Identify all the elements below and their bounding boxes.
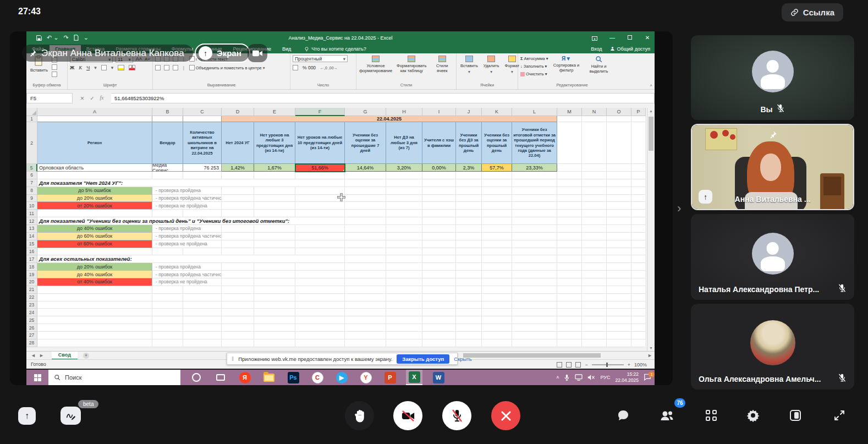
taskbar-app-explorer[interactable]	[261, 370, 277, 385]
metric-cell-I[interactable]: 0,00%	[422, 164, 456, 172]
metric-cell-E[interactable]: 1,67%	[254, 164, 295, 172]
legend-note-cell[interactable]: - проверка пройдена	[152, 263, 222, 271]
taskbar-app-powerpoint[interactable]: P	[382, 370, 398, 385]
hangup-button[interactable]	[491, 401, 520, 430]
row-header-17[interactable]: 17	[26, 255, 37, 263]
cancel-entry-icon[interactable]: ✕	[80, 95, 85, 101]
taskbar-app-cortana[interactable]	[188, 370, 205, 385]
taskbar-app-photoshop[interactable]: Ps	[285, 370, 301, 385]
merge-center-button[interactable]: Объединить и поместить в центре▾	[189, 64, 265, 72]
conditional-formatting-button[interactable]: Условное форматирование	[359, 55, 393, 82]
zoom-out-icon[interactable]: −	[585, 362, 587, 368]
legend-color-cell[interactable]: до 40% ошибок	[37, 271, 152, 278]
copy-icon[interactable]	[52, 64, 57, 70]
header-cell-D[interactable]: Нет 2024 УГ	[222, 122, 254, 164]
taskbar-app-word[interactable]: W	[430, 370, 447, 385]
restore-icon[interactable]	[626, 35, 634, 41]
close-icon[interactable]: ✕	[644, 35, 651, 41]
participant-tile-2[interactable]: ↑Анна Витальевна ...	[691, 124, 854, 210]
underline-button[interactable]: Ч	[86, 65, 90, 70]
row-header-18[interactable]: 18	[26, 263, 37, 271]
cell-styles-button[interactable]: Стили ячеек	[430, 55, 454, 82]
name-box[interactable]: F5	[26, 93, 73, 103]
header-cell-K[interactable]: Ученики без оценки за прошлый день	[482, 122, 512, 164]
horizontal-scroll-thumb[interactable]	[463, 353, 601, 358]
header-cell-I[interactable]: Учителя с хэш в фамилии	[422, 122, 456, 164]
layout-grid-button[interactable]	[699, 403, 724, 428]
legend-color-cell[interactable]: от 20% ошибок	[37, 202, 152, 210]
hscroll-right-icon[interactable]: ►	[647, 353, 652, 358]
legend-color-cell[interactable]: до 20% ошибок	[37, 195, 152, 202]
vertical-scroll-thumb[interactable]	[649, 117, 653, 151]
row-header-10[interactable]: 10	[26, 202, 37, 210]
legend-note-cell[interactable]: - проверка пройдена	[152, 225, 222, 233]
autosum-button[interactable]: Σ Автосумма ▾	[520, 55, 548, 62]
vendor-cell[interactable]: Медиа Сервис	[152, 164, 183, 172]
delete-cells-button[interactable]: Удалить▾	[482, 55, 501, 82]
mic-toggle-button[interactable]	[442, 401, 471, 430]
page-break-view-icon[interactable]	[575, 362, 581, 368]
metric-cell-F[interactable]: 51,66%	[295, 164, 345, 172]
tray-clock[interactable]: 15:22 22.04.2025	[615, 371, 639, 383]
legend-color-cell[interactable]: до 40% ошибок	[37, 225, 152, 233]
row-header-24[interactable]: 24	[26, 309, 37, 316]
camera-toggle-button[interactable]	[393, 401, 422, 430]
legend-color-cell[interactable]: до 5% ошибок	[37, 187, 152, 195]
legend-color-cell[interactable]: от 40% ошибок	[37, 278, 152, 286]
sort-filter-button[interactable]: Я▼Сортировка и фильтр	[551, 55, 583, 82]
ribbon-options-icon[interactable]: ▴	[591, 35, 598, 41]
taskbar-app-task-view[interactable]	[212, 370, 229, 385]
row-header-28[interactable]: 28	[26, 339, 37, 347]
bold-button[interactable]: Ж	[70, 65, 74, 70]
accounting-format-icon[interactable]	[293, 65, 298, 70]
panel-collapse-chevron-icon[interactable]: ›	[677, 201, 681, 216]
column-header-M[interactable]: M	[557, 108, 582, 116]
row-header-11[interactable]: 11	[26, 210, 37, 217]
align-left-icon[interactable]	[155, 65, 161, 70]
column-header-A[interactable]: A	[37, 108, 152, 116]
camera-overlay-button[interactable]	[248, 44, 267, 62]
column-header-O[interactable]: O	[607, 108, 631, 116]
share-workbook-button[interactable]: Общий доступ	[610, 46, 650, 52]
legend-note-cell[interactable]: - проверка пройдена частично	[152, 271, 222, 278]
taskbar-app-browser-c[interactable]: C	[309, 370, 326, 385]
row-header-25[interactable]: 25	[26, 316, 37, 324]
zoom-in-icon[interactable]: +	[628, 362, 630, 368]
italic-button[interactable]: К	[79, 65, 82, 70]
row-header-20[interactable]: 20	[26, 278, 37, 286]
row-header-15[interactable]: 15	[26, 240, 37, 248]
formula-value[interactable]: 51,6648525303922%	[111, 93, 655, 103]
row-header-6[interactable]: 6	[26, 172, 37, 179]
column-header-P[interactable]: P	[631, 108, 646, 116]
stop-sharing-button[interactable]: Закрыть доступ	[397, 354, 449, 364]
row-header-8[interactable]: 8	[26, 187, 37, 195]
zoom-slider[interactable]	[592, 364, 624, 365]
hide-infobar-button[interactable]: Скрыть	[454, 356, 471, 362]
region-cell[interactable]: Орловская область	[37, 164, 152, 172]
column-header-J[interactable]: J	[456, 108, 482, 116]
column-header-B[interactable]: B	[152, 108, 183, 116]
format-painter-icon[interactable]	[52, 72, 57, 77]
sheet-nav-right-icon[interactable]: ►	[39, 353, 44, 358]
count-cell[interactable]: 76 253	[183, 164, 222, 172]
row-header-19[interactable]: 19	[26, 271, 37, 278]
taskbar-app-yandex[interactable]: Я	[237, 370, 253, 385]
confirm-entry-icon[interactable]: ✓	[90, 95, 95, 101]
sign-in-link[interactable]: Вход	[591, 46, 602, 52]
font-color-icon[interactable]: A	[129, 65, 135, 70]
legend-color-cell[interactable]: до 60% ошибок	[37, 233, 152, 240]
row-header-13[interactable]: 13	[26, 225, 37, 233]
taskbar-app-telegram[interactable]: ▶	[333, 370, 350, 385]
header-cell-F[interactable]: Нет уроков на любые 10 предстоящих дней …	[295, 122, 345, 164]
row-header-9[interactable]: 9	[26, 195, 37, 202]
row-header-5[interactable]: 5	[26, 164, 37, 172]
tray-display-icon[interactable]	[575, 374, 583, 381]
format-as-table-button[interactable]: Форматировать как таблицу	[395, 55, 428, 82]
header-cell-B[interactable]: Вендор	[152, 122, 183, 164]
header-cell-L[interactable]: Ученики без итоговой отметки за прошедши…	[512, 122, 557, 164]
column-header-F[interactable]: F	[295, 108, 345, 116]
tray-notifications-icon[interactable]: 1	[644, 374, 651, 382]
fullscreen-button[interactable]	[827, 403, 852, 428]
screen-share-pill[interactable]: ↑ Экран	[195, 43, 250, 63]
legend-color-cell[interactable]: до 20% ошибок	[37, 263, 152, 271]
